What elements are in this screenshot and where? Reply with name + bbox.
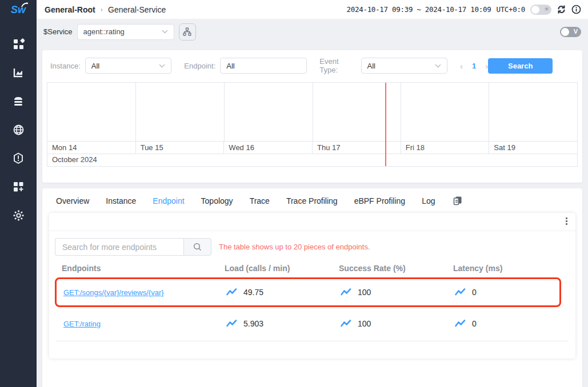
timeline-day-label: Thu 17 [312, 142, 401, 154]
sidebar: Sw [0, 0, 37, 387]
endpoint-search-button[interactable] [183, 238, 211, 256]
dashboard-grid-icon [13, 38, 25, 50]
trend-chart-icon[interactable] [455, 288, 466, 296]
trend-chart-icon[interactable] [226, 288, 237, 296]
sidebar-item-database[interactable] [0, 87, 37, 115]
trend-chart-icon[interactable] [341, 320, 351, 328]
time-range-picker[interactable]: 2024-10-17 09:39 ~ 2024-10-17 10:09 [347, 5, 491, 14]
timeline-plot-area [47, 83, 577, 142]
endpoint-list-widget: The table shows up to 20 pieces of endpo… [49, 213, 575, 358]
filter-row: Instance: All Endpoint: Event Type: All … [50, 57, 575, 74]
timeline-day-label: Sat 19 [489, 142, 577, 154]
info-icon[interactable] [571, 5, 581, 14]
trend-chart-icon[interactable] [341, 288, 351, 296]
timezone-label: UTC+0:0 [496, 5, 525, 14]
trend-chart-icon[interactable] [226, 320, 237, 328]
event-type-filter-label: Event Type: [319, 57, 356, 74]
theme-toggle[interactable]: ☀ [530, 5, 551, 15]
instance-filter-value: All [91, 62, 99, 70]
success-rate-value: 100 [358, 288, 371, 297]
endpoint-limit-hint: The table shows up to 20 pieces of endpo… [219, 243, 370, 251]
breadcrumb: General-Root › General-Service [45, 5, 166, 14]
sitemap-icon [183, 27, 191, 36]
chevron-down-icon [159, 64, 165, 68]
service-select-value: agent::rating [83, 27, 125, 36]
tab-instance[interactable]: Instance [106, 196, 136, 205]
endpoint-table-header: Endpoints Load (calls / min) Success Rat… [55, 264, 570, 273]
timeline-day-label: Mon 14 [47, 142, 135, 154]
events-card: Instance: All Endpoint: Event Type: All … [42, 50, 582, 183]
breadcrumb-current: General-Service [108, 5, 166, 14]
dashboard-tabs: Overview Instance Endpoint Topology Trac… [42, 188, 582, 213]
event-pagination: ‹ 1 › [460, 61, 488, 71]
instance-filter-label: Instance: [50, 62, 81, 70]
sidebar-item-alerting[interactable] [0, 144, 37, 172]
sidebar-item-metrics[interactable] [0, 58, 37, 87]
event-type-value: All [367, 62, 375, 70]
col-latency: Latency (ms) [453, 264, 570, 273]
service-variable-label: $Service [43, 27, 73, 36]
refresh-icon[interactable] [557, 5, 566, 14]
trend-chart-icon[interactable] [455, 320, 466, 328]
col-success-rate: Success Rate (%) [339, 264, 453, 273]
endpoint-link[interactable]: GET:/rating [63, 320, 101, 328]
endpoint-search-input[interactable] [55, 238, 183, 256]
prev-page-arrow[interactable]: ‹ [460, 61, 463, 71]
chevron-down-icon [162, 30, 168, 34]
theme-toggle-knob [531, 6, 539, 14]
row-divider [56, 341, 569, 341]
alert-hexagon-icon [13, 152, 24, 164]
event-timeline-chart[interactable]: Mon 14 Tue 15 Wed 16 Thu 17 Fri 18 Sat 1… [47, 82, 578, 167]
chevron-down-icon [435, 64, 441, 68]
service-dashboard-card: Overview Instance Endpoint Topology Trac… [42, 188, 582, 387]
widget-menu-icon[interactable] [566, 217, 567, 225]
sidebar-item-browser[interactable] [0, 115, 37, 144]
endpoint-filter-label: Endpoint: [184, 62, 215, 70]
tab-trace-profiling[interactable]: Trace Profiling [286, 196, 338, 205]
sidebar-item-dashboard[interactable] [0, 30, 37, 58]
current-page-number[interactable]: 1 [472, 62, 476, 70]
service-bar: $Service agent::rating V [37, 19, 588, 45]
endpoint-link[interactable]: GET:/songs/{var}/reviews/{var} [63, 288, 164, 297]
latency-value: 0 [472, 319, 477, 328]
sun-icon: ☀ [543, 5, 550, 13]
timeline-day-label: Wed 16 [223, 142, 312, 154]
success-rate-value: 100 [358, 319, 371, 328]
event-search-button[interactable]: Search [488, 58, 553, 74]
breadcrumb-separator: › [101, 5, 103, 14]
sidebar-item-dashboards-new[interactable] [0, 172, 37, 201]
timeline-day-label: Fri 18 [401, 142, 489, 154]
copy-tabs-icon[interactable] [453, 196, 462, 205]
search-icon [193, 243, 202, 251]
tab-log[interactable]: Log [422, 196, 435, 205]
tab-trace[interactable]: Trace [250, 196, 270, 205]
sidebar-item-settings[interactable] [0, 201, 37, 229]
widget-header [49, 213, 575, 231]
skywalking-logo[interactable]: Sw [0, 0, 37, 19]
event-type-select[interactable]: All [361, 58, 448, 74]
timeline-month-label: October 2024 [47, 154, 577, 166]
tab-ebpf-profiling[interactable]: eBPF Profiling [354, 196, 405, 205]
version-toggle[interactable]: V [560, 27, 581, 37]
top-header: General-Root › General-Service 2024-10-1… [37, 0, 588, 19]
col-endpoints: Endpoints [55, 264, 225, 273]
instance-filter-select[interactable]: All [85, 58, 172, 74]
service-topology-button[interactable] [179, 23, 196, 41]
chart-icon [13, 67, 24, 78]
breadcrumb-root[interactable]: General-Root [45, 5, 95, 14]
load-value: 5.903 [243, 319, 263, 328]
version-toggle-label: V [574, 28, 578, 35]
load-value: 49.75 [243, 288, 263, 297]
tab-topology[interactable]: Topology [201, 196, 233, 205]
tab-endpoint[interactable]: Endpoint [153, 196, 184, 205]
tab-overview[interactable]: Overview [56, 196, 89, 205]
endpoint-table-body: GET:/songs/{var}/reviews/{var} 49.75 10 [55, 277, 570, 341]
table-row[interactable]: GET:/songs/{var}/reviews/{var} 49.75 10 [55, 277, 561, 307]
globe-icon [13, 124, 25, 136]
version-toggle-knob [561, 28, 569, 36]
logo-swoosh-icon [21, 2, 29, 7]
service-select[interactable]: agent::rating [77, 24, 174, 40]
current-time-marker [385, 83, 386, 166]
endpoint-filter-input[interactable] [220, 58, 307, 74]
table-row[interactable]: GET:/rating 5.903 100 [55, 309, 570, 338]
